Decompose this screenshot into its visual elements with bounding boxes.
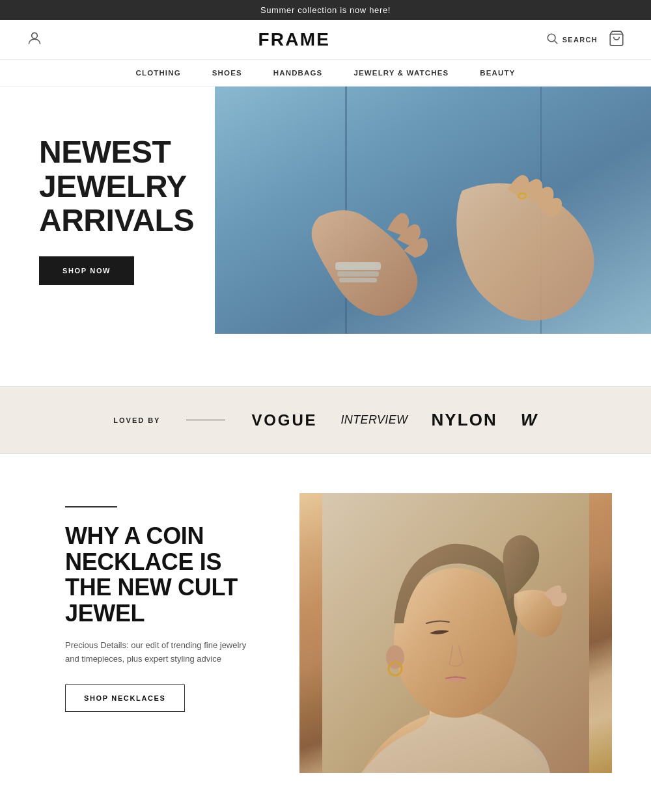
svg-line-2 — [554, 41, 557, 44]
main-nav: CLOTHING SHOES HANDBAGS JEWELRY & WATCHE… — [0, 60, 651, 87]
interview-logo: Interview — [341, 413, 408, 427]
svg-rect-7 — [335, 262, 381, 270]
svg-rect-9 — [339, 278, 377, 282]
header-left — [26, 30, 43, 49]
loved-by-label: LOVED BY — [113, 416, 160, 424]
header: FRAME SEARCH — [0, 20, 651, 60]
search-label: SEARCH — [562, 36, 598, 44]
press-divider — [186, 420, 225, 420]
shop-now-button[interactable]: SHOP NOW — [39, 256, 134, 285]
logo[interactable]: FRAME — [258, 29, 330, 50]
vogue-logo: VOGUE — [251, 411, 317, 429]
article-content: WHY A COIN NECKLACE IS THE NEW CULT JEWE… — [65, 493, 260, 712]
nylon-logo: NYLON — [431, 410, 497, 430]
account-icon[interactable] — [26, 30, 43, 49]
hero-image — [215, 87, 651, 334]
article-title: WHY A COIN NECKLACE IS THE NEW CULT JEWE… — [65, 523, 260, 626]
hero-content: NEWEST JEWELRY ARRIVALS SHOP NOW — [0, 87, 221, 334]
cart-icon[interactable] — [608, 30, 625, 49]
nav-item-beauty[interactable]: BEAUTY — [480, 69, 515, 77]
shop-necklaces-button[interactable]: SHOP NECKLACES — [65, 684, 185, 712]
nav-item-jewelry-watches[interactable]: JEWELRY & WATCHES — [353, 69, 449, 77]
article-image — [299, 493, 612, 773]
svg-point-1 — [547, 34, 555, 42]
header-right: SEARCH — [546, 30, 625, 49]
announcement-text: Summer collection is now here! — [260, 5, 391, 15]
nav-item-shoes[interactable]: SHOES — [212, 69, 242, 77]
press-bar: LOVED BY VOGUE Interview NYLON W — [0, 386, 651, 454]
svg-rect-4 — [215, 87, 651, 334]
search-button[interactable]: SEARCH — [546, 32, 598, 47]
article-divider — [65, 506, 117, 508]
article-description: Precious Details: our edit of trending f… — [65, 639, 260, 666]
nav-item-handbags[interactable]: HANDBAGS — [273, 69, 323, 77]
nav-item-clothing[interactable]: CLOTHING — [136, 69, 181, 77]
announcement-bar: Summer collection is now here! — [0, 0, 651, 20]
w-logo: W — [521, 410, 538, 430]
press-logos: VOGUE Interview NYLON W — [251, 410, 537, 430]
svg-rect-8 — [337, 271, 379, 277]
svg-point-0 — [32, 33, 38, 38]
hero-section: NEWEST JEWELRY ARRIVALS SHOP NOW — [0, 87, 651, 334]
hero-title: NEWEST JEWELRY ARRIVALS — [39, 135, 195, 238]
article-section: WHY A COIN NECKLACE IS THE NEW CULT JEWE… — [0, 454, 651, 812]
search-icon — [546, 32, 559, 47]
